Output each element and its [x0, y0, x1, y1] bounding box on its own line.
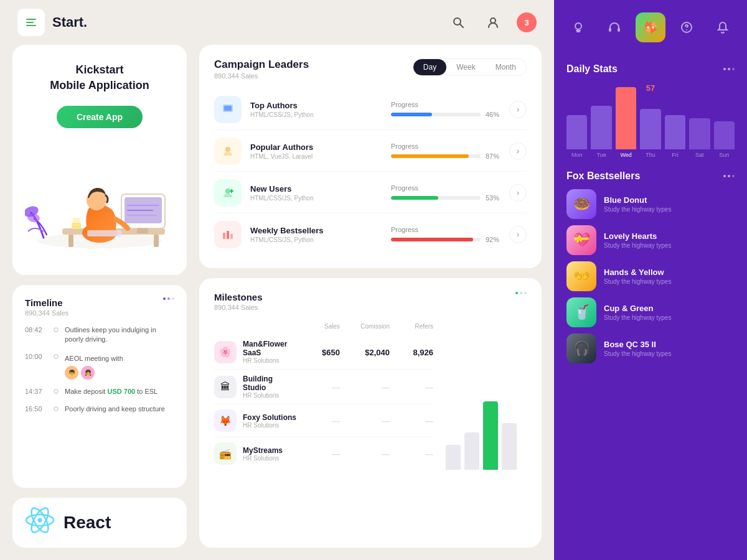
- svg-rect-7: [68, 235, 73, 247]
- timeline-menu[interactable]: [163, 297, 174, 300]
- logo-line-3: [26, 25, 36, 26]
- milestones-menu[interactable]: [515, 292, 527, 294]
- milestones-header: Milestones 890,344 Sales: [214, 292, 527, 311]
- daily-stats-title: Daily Stats: [566, 63, 618, 75]
- miles-row: 📻 MyStreamsHR Solutions — — —: [214, 437, 433, 470]
- campaign-card: Campaign Leaders 890,344 Sales Day Week …: [199, 45, 542, 268]
- progress-section: Progress 53%: [391, 184, 503, 202]
- fox-item-info: Bose QC 35 II Study the highway types: [604, 340, 671, 357]
- miles-row: 🌸 Man&Flower SaaSHR Solutions $650 $2,04…: [214, 335, 433, 370]
- day-bar-tue: Tue: [591, 106, 611, 158]
- notification-badge[interactable]: 3: [517, 12, 537, 32]
- fox-bestsellers-section: Fox Bestsellers 🍩 Blue Donut Study the h…: [554, 167, 747, 560]
- progress-bar: [391, 238, 481, 241]
- sales-col-header: Sales: [296, 320, 340, 331]
- day-bar-fri: Fri: [665, 115, 685, 158]
- milestones-content: Sales Comission Refers 🌸 Man&Flower SaaS…: [214, 320, 527, 470]
- user-icon[interactable]: [482, 11, 504, 34]
- progress-fill: [391, 154, 469, 158]
- bar: [566, 115, 587, 149]
- fox-thumb-cup-green: 🥤: [566, 297, 596, 327]
- tl-dot: [54, 327, 59, 332]
- progress-bar: [391, 113, 481, 116]
- svg-point-39: [647, 26, 649, 29]
- react-icon: [25, 505, 55, 541]
- tl-avatars: 👦 👧: [65, 366, 123, 380]
- svg-line-1: [460, 24, 463, 27]
- leader-arrow[interactable]: ›: [509, 184, 527, 202]
- timeline-item: 16:50 Poorly driving and keep structure: [25, 404, 174, 414]
- campaign-subtitle: 890,344 Sales: [214, 72, 309, 80]
- leader-arrow[interactable]: ›: [509, 226, 527, 243]
- fox-item-info: Cup & Green Study the highway types: [604, 304, 671, 321]
- sidebar-bell-icon[interactable]: [708, 12, 738, 42]
- chart-bar-active: [483, 401, 498, 470]
- tl-dot: [54, 354, 59, 359]
- leader-arrow[interactable]: ›: [509, 101, 527, 118]
- svg-rect-30: [223, 233, 225, 239]
- fox-item[interactable]: 💝 Lovely Hearts Study the highway types: [566, 225, 735, 255]
- svg-point-2: [491, 18, 496, 23]
- fox-thumb-blue-donut: 🍩: [566, 189, 596, 219]
- react-card: React: [12, 498, 187, 548]
- sidebar-question-icon[interactable]: [672, 12, 702, 42]
- fox-item-info: Hands & Yellow Study the highway types: [604, 268, 671, 285]
- svg-rect-34: [609, 28, 611, 32]
- fox-thumb-lovely-hearts: 💝: [566, 225, 596, 255]
- timeline-subtitle: 890,344 Sales: [25, 309, 68, 317]
- tab-group: Day Week Month: [413, 58, 527, 76]
- timeline-items: 08:42 Outlines keep you indulging in poo…: [25, 325, 174, 414]
- fox-item[interactable]: 👐 Hands & Yellow Study the highway types: [566, 261, 735, 291]
- progress-fill: [391, 238, 473, 241]
- svg-rect-32: [230, 234, 233, 239]
- milestones-table: Sales Comission Refers 🌸 Man&Flower SaaS…: [214, 320, 433, 470]
- miles-name-cell: 🌸 Man&Flower SaaSHR Solutions: [214, 340, 296, 364]
- fox-item[interactable]: 🥤 Cup & Green Study the highway types: [566, 297, 735, 327]
- tab-week[interactable]: Week: [446, 59, 485, 75]
- daily-stats-menu[interactable]: [723, 68, 735, 70]
- create-app-button[interactable]: Create App: [57, 106, 143, 128]
- progress-fill: [391, 113, 432, 116]
- fox-menu[interactable]: [723, 175, 735, 177]
- tab-day[interactable]: Day: [413, 59, 446, 75]
- progress-section: Progress 92%: [391, 226, 503, 243]
- progress-section: Progress 46%: [391, 101, 503, 118]
- miles-icon: 📻: [214, 442, 237, 465]
- svg-rect-31: [227, 231, 229, 239]
- stats-chart: 57 Mon Tue Wed Thu: [566, 83, 735, 158]
- leader-row: Popular Authors HTML, VueJS, Laravel Pro…: [214, 131, 527, 172]
- leader-arrow[interactable]: ›: [509, 142, 527, 160]
- avatar: 👧: [81, 366, 95, 380]
- miles-name-cell: 🏛 Building StudioHR Solutions: [214, 375, 296, 399]
- timeline-card: Timeline 890,344 Sales 08:42 Outlines ke…: [12, 285, 187, 488]
- sidebar-bulb-icon[interactable]: [563, 12, 593, 42]
- dot: [732, 68, 735, 70]
- fox-thumb-hands-yellow: 👐: [566, 261, 596, 291]
- campaign-info: Campaign Leaders 890,344 Sales: [214, 58, 309, 80]
- svg-rect-35: [618, 28, 620, 32]
- svg-point-44: [686, 29, 687, 30]
- tab-month[interactable]: Month: [486, 59, 526, 75]
- bar: [665, 115, 685, 149]
- sidebar-headphone-icon[interactable]: [599, 12, 629, 42]
- timeline-item: 10:00 AEOL meeting with 👦 👧: [25, 352, 174, 380]
- fox-item[interactable]: 🍩 Blue Donut Study the highway types: [566, 189, 735, 219]
- svg-point-33: [575, 23, 581, 29]
- fox-item-info: Blue Donut Study the highway types: [604, 195, 671, 213]
- fox-item[interactable]: 🎧 Bose QC 35 II Study the highway types: [566, 334, 735, 363]
- leader-info: Top Authors HTML/CSS/JS, Python: [250, 101, 391, 118]
- header: Start. 3: [0, 0, 554, 45]
- progress-fill: [391, 196, 438, 200]
- leader-info: Weekly Bestsellers HTML/CSS/JS, Python: [250, 226, 391, 243]
- miles-chart: [446, 320, 527, 470]
- chart-bar: [446, 445, 461, 470]
- search-icon[interactable]: [447, 11, 469, 34]
- svg-rect-25: [224, 106, 232, 111]
- miles-name-cell: 📻 MyStreamsHR Solutions: [214, 442, 296, 465]
- svg-point-40: [652, 26, 654, 29]
- miles-icon: 🦊: [214, 409, 237, 432]
- main-area: Start. 3 Kicksta: [0, 0, 554, 560]
- daily-stats-section: Daily Stats 57 Mon Tue Wed: [554, 55, 747, 167]
- tl-dot: [54, 389, 59, 394]
- sidebar-fox-icon[interactable]: [636, 12, 665, 42]
